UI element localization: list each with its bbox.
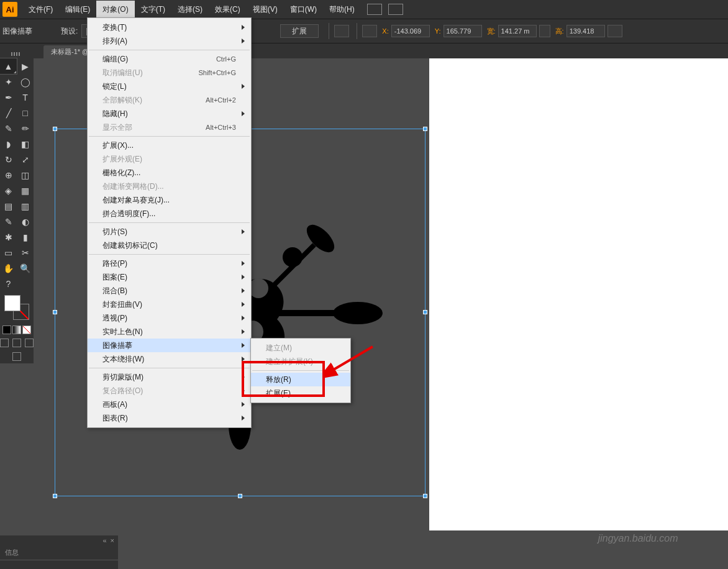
menu-item[interactable]: 混合(B) [88,284,251,298]
expand-button[interactable]: 扩展 [280,24,319,38]
arrange-icon[interactable] [388,4,403,15]
blend-tool[interactable]: ◐ [17,214,34,229]
color-swatch[interactable] [4,295,29,320]
resize-handle[interactable] [53,127,57,131]
menu-item[interactable]: 图表(R) [88,411,251,425]
menu-item[interactable]: 文本绕排(W) [88,352,251,366]
resize-handle[interactable] [423,310,427,314]
menu-edit[interactable]: 编辑(E) [59,1,96,19]
menu-item[interactable]: 栅格化(Z)... [88,166,251,180]
resize-handle[interactable] [53,494,57,498]
direct-selection-tool[interactable]: ▶ [17,58,34,74]
menu-item[interactable]: 图案(E) [88,270,251,284]
menu-item: 取消编组(U)Shift+Ctrl+G [88,66,251,80]
draw-inside-icon[interactable] [25,339,34,347]
fill-color[interactable] [4,295,20,311]
eyedropper-tool[interactable]: ✎ [0,214,17,229]
rectangle-tool[interactable]: □ [17,105,34,121]
menu-item[interactable]: 扩展(X)... [88,139,251,152]
slice-tool[interactable]: ✂ [17,245,34,260]
submenu-item[interactable]: 释放(R) [251,373,350,386]
y-input[interactable] [444,25,482,37]
toolbar: ▲▶ ✦◯ ✒T ╱□ ✎✏ ◗◧ ↻⤢ ⊕◫ ◈▦ ▤▥ ✎◐ ✱▮ ▭✂ ✋… [0,50,34,363]
gradient-tool[interactable]: ▥ [17,198,34,214]
pencil-tool[interactable]: ✏ [17,121,34,136]
menu-item[interactable]: 封套扭曲(V) [88,298,251,311]
zoom-tool[interactable]: 🔍 [17,260,34,276]
menu-item[interactable]: 创建对象马赛克(J)... [88,193,251,207]
fill-solid-icon[interactable] [2,325,11,334]
artboard [429,58,728,530]
menu-file[interactable]: 文件(F) [22,1,59,19]
help-icon[interactable]: ? [0,276,17,291]
menu-help[interactable]: 帮助(H) [323,1,361,19]
perspective-grid-tool[interactable]: ▦ [17,183,34,198]
menu-item[interactable]: 锁定(L) [88,80,251,93]
fill-none-icon[interactable] [22,325,31,334]
menu-item[interactable]: 拼合透明度(F)... [88,207,251,221]
resize-handle[interactable] [423,127,427,131]
w-label: 宽: [487,27,496,36]
x-input[interactable] [391,25,430,37]
bridge-icon[interactable] [367,4,382,15]
extra-icon[interactable] [607,25,622,37]
scale-tool[interactable]: ⤢ [17,152,34,167]
menu-item[interactable]: 变换(T) [88,20,251,34]
align-icon[interactable] [334,25,349,37]
screen-mode-icon[interactable] [12,352,21,361]
h-input[interactable] [566,25,605,37]
menu-item[interactable]: 排列(A) [88,34,251,48]
preset-label: 预设: [61,26,78,37]
resize-handle[interactable] [53,310,57,314]
menu-window[interactable]: 窗口(W) [284,1,323,19]
menu-type[interactable]: 文字(T) [135,1,171,19]
menu-item[interactable]: 实时上色(N) [88,325,251,339]
magic-wand-tool[interactable]: ✦ [0,74,17,89]
menu-effect[interactable]: 效果(C) [209,1,247,19]
menu-item[interactable]: 透视(P) [88,311,251,325]
menu-item[interactable]: 切片(S) [88,225,251,239]
type-tool[interactable]: T [17,89,34,105]
hand-tool[interactable]: ✋ [0,260,17,276]
menu-item[interactable]: 剪切蒙版(M) [88,370,251,384]
symbol-sprayer-tool[interactable]: ✱ [0,229,17,245]
width-tool[interactable]: ⊕ [0,167,17,183]
menu-item[interactable]: 编组(G)Ctrl+G [88,52,251,66]
x-label: X: [382,27,388,35]
rotate-tool[interactable]: ↻ [0,152,17,167]
resize-handle[interactable] [238,494,242,498]
resize-handle[interactable] [423,494,427,498]
panel-close-icon[interactable]: × [111,537,114,544]
menu-object[interactable]: 对象(O) [96,1,134,19]
paintbrush-tool[interactable]: ✎ [0,121,17,136]
artboard-tool[interactable]: ▭ [0,245,17,260]
column-graph-tool[interactable]: ▮ [17,229,34,245]
lasso-tool[interactable]: ◯ [17,74,34,89]
pen-tool[interactable]: ✒ [0,89,17,105]
link-wh-icon[interactable] [539,25,550,37]
menu-item: 创建渐变网格(D)... [88,180,251,193]
submenu-item[interactable]: 扩展(E) [251,386,350,400]
transform-ref-icon[interactable] [362,25,377,37]
shape-builder-tool[interactable]: ◈ [0,183,17,198]
line-tool[interactable]: ╱ [0,105,17,121]
info-tab[interactable]: 信息 [0,545,118,560]
selection-tool[interactable]: ▲ [0,58,17,74]
menu-item[interactable]: 路径(P) [88,257,251,270]
menu-item[interactable]: 创建裁切标记(C) [88,239,251,252]
menu-item[interactable]: 画板(A) [88,398,251,411]
app-logo: Ai [2,2,17,17]
menu-view[interactable]: 视图(V) [247,1,284,19]
blob-brush-tool[interactable]: ◗ [0,136,17,152]
draw-behind-icon[interactable] [12,339,21,347]
panel-collapse-icon[interactable]: « [102,537,106,544]
eraser-tool[interactable]: ◧ [17,136,34,152]
menu-item[interactable]: 图像描摹 [88,339,251,352]
mesh-tool[interactable]: ▤ [0,198,17,214]
fill-gradient-icon[interactable] [12,325,21,334]
menu-item[interactable]: 隐藏(H) [88,107,251,121]
free-transform-tool[interactable]: ◫ [17,167,34,183]
w-input[interactable] [498,25,537,37]
menu-select[interactable]: 选择(S) [171,1,209,19]
draw-normal-icon[interactable] [0,339,9,347]
